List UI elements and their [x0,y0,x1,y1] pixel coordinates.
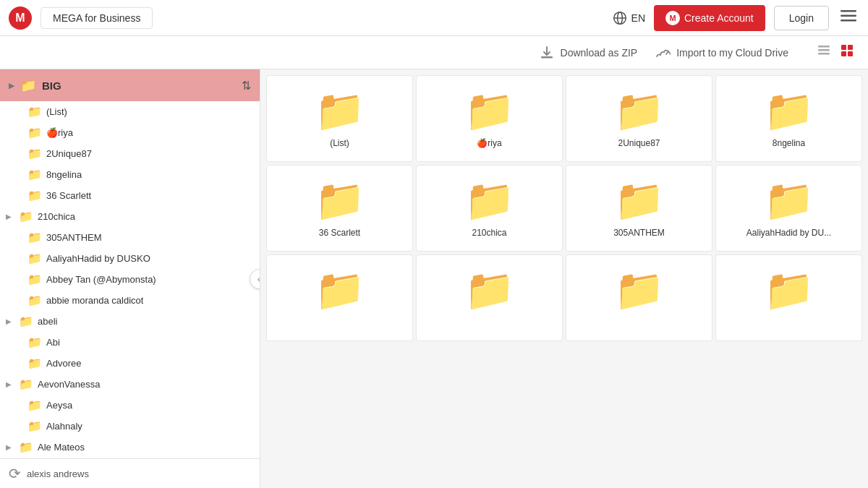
toolbar: Download as ZIP Import to my Cloud Drive [0,36,868,69]
sidebar-item[interactable]: 📁Advoree [0,353,260,374]
sidebar-item[interactable]: 📁abbie moranda caldicot [0,290,260,311]
folder-icon: 📁 [27,168,42,181]
folder-card-name: 210chica [472,228,506,238]
sort-icon[interactable]: ⇅ [242,79,251,93]
folder-card-name: 8ngelina [773,138,805,148]
sidebar-item-label: abeli [38,316,57,327]
folder-big-icon: 📁 [315,90,365,131]
sidebar-item[interactable]: ▶📁abeli [0,311,260,332]
chevron-icon: ▶ [6,443,14,451]
folder-big-icon: 📁 [614,180,665,221]
folder-icon: 📁 [27,419,42,433]
hamburger-icon [841,8,856,24]
chevron-icon: ▶ [6,317,14,325]
import-action[interactable]: Import to my Cloud Drive [655,45,788,61]
sidebar-item[interactable]: 📁2Unique87 [0,143,260,164]
sidebar-expand-icon[interactable]: ▶ [9,81,14,90]
download-zip-action[interactable]: Download as ZIP [539,45,638,61]
sidebar-item[interactable]: ▶📁AevonVanessa [0,374,260,395]
folder-card[interactable]: 📁 [566,254,712,341]
folder-card[interactable]: 📁 [715,254,862,341]
sidebar-item-label: Ale Mateos [38,442,85,453]
sidebar-item-label: Abbey Tan (@Abymonsta) [46,274,156,285]
sidebar-item[interactable]: 📁AaliyahHadid by DUSKO [0,248,260,269]
list-view-button[interactable] [814,43,833,62]
sidebar-item[interactable]: 📁Aeysa [0,395,260,416]
sidebar-item[interactable]: ▶📁210chica [0,206,260,227]
grid-view-button[interactable] [838,43,856,62]
sidebar-list: 📁(List)📁🍎riya📁2Unique87📁8ngelina📁36 Scar… [0,101,260,458]
language-button[interactable]: EN [613,11,645,25]
content-area: 📁(List)📁🍎riya📁2Unique87📁8ngelina📁36 Scar… [260,69,868,488]
sidebar-item-label: Alahnaly [46,421,82,432]
folder-icon: 📁 [27,294,42,307]
sidebar-item[interactable]: ▶📁Ale Mateos [0,437,260,458]
sidebar-item-label: 2Unique87 [46,148,92,159]
sidebar-item[interactable]: 📁36 Scarlett [0,185,260,206]
folder-icon: 📁 [27,252,42,265]
sidebar-item-label: Advoree [46,358,81,369]
mega-business-button[interactable]: MEGA for Business [41,7,153,29]
sidebar-item-label: Abi [46,337,60,348]
folder-icon: 📁 [27,231,42,244]
mega-logo[interactable]: M [9,7,32,30]
folder-big-icon: 📁 [464,90,515,131]
folder-card[interactable]: 📁 [266,254,413,341]
svg-rect-8 [818,49,830,51]
folder-card[interactable]: 📁2Unique87 [566,75,712,162]
sidebar-item-label: AevonVanessa [38,379,101,390]
folder-icon: 📁 [27,105,42,119]
transfer-icon: ⟳ [9,465,21,482]
sidebar-item[interactable]: 📁Abbey Tan (@Abymonsta) [0,269,260,290]
hamburger-button[interactable] [838,5,859,30]
sidebar-item[interactable]: 📁Abi [0,332,260,353]
view-toggle [814,43,856,62]
chevron-icon: ▶ [6,213,14,221]
grid-view-icon [841,44,854,57]
folder-card[interactable]: 📁210chica [416,165,563,252]
folder-card[interactable]: 📁 [416,254,563,341]
sidebar-item-label: abbie moranda caldicot [46,295,143,306]
globe-icon [613,11,627,25]
svg-rect-3 [841,10,856,12]
download-zip-label: Download as ZIP [561,47,638,59]
sidebar-item[interactable]: 📁8ngelina [0,164,260,185]
folder-icon: 📁 [27,356,42,370]
folder-card[interactable]: 📁305ANTHEM [566,165,712,252]
folder-big-icon: 📁 [464,180,515,221]
list-view-icon [817,44,830,57]
sidebar-item-label: (List) [46,106,67,117]
svg-rect-13 [848,51,853,56]
mega-m-icon: M [665,11,680,25]
sidebar-item[interactable]: 📁🍎riya [0,122,260,143]
download-icon [539,45,555,61]
folder-card-name: 305ANTHEM [613,228,665,238]
login-button[interactable]: Login [774,6,829,30]
folder-icon: 📁 [19,314,33,328]
svg-rect-4 [841,15,856,17]
sidebar-item[interactable]: 📁Alahnaly [0,416,260,437]
sidebar-item-label: Aeysa [46,400,72,411]
sidebar-item-label: 305ANTHEM [46,232,102,243]
create-account-label: Create Account [684,12,754,24]
folder-card-name: 2Unique87 [618,138,660,148]
app-header: M MEGA for Business EN M Create Account … [0,0,868,36]
folder-card-name: (List) [330,138,349,148]
folder-card[interactable]: 📁(List) [266,75,413,162]
folder-card[interactable]: 📁8ngelina [715,75,862,162]
folder-card[interactable]: 📁AaliyahHadid by DU... [715,165,862,252]
main-layout: ▶ 📁 BIG ⇅ 📁(List)📁🍎riya📁2Unique87📁8ngeli… [0,69,868,488]
sidebar-footer-user: alexis andrews [27,468,89,479]
create-account-button[interactable]: M Create Account [654,5,765,31]
folder-big-icon: 📁 [614,270,665,310]
sidebar-item[interactable]: 📁(List) [0,101,260,122]
folder-card[interactable]: 📁36 Scarlett [266,165,413,252]
folder-big-icon: 📁 [315,270,365,310]
folder-big-icon: 📁 [464,270,515,310]
svg-rect-12 [841,51,846,56]
import-label: Import to my Cloud Drive [676,47,788,59]
sidebar-item[interactable]: 📁305ANTHEM [0,227,260,248]
folder-card[interactable]: 📁🍎riya [416,75,563,162]
folder-icon: 📁 [27,126,42,140]
svg-rect-10 [841,45,846,50]
